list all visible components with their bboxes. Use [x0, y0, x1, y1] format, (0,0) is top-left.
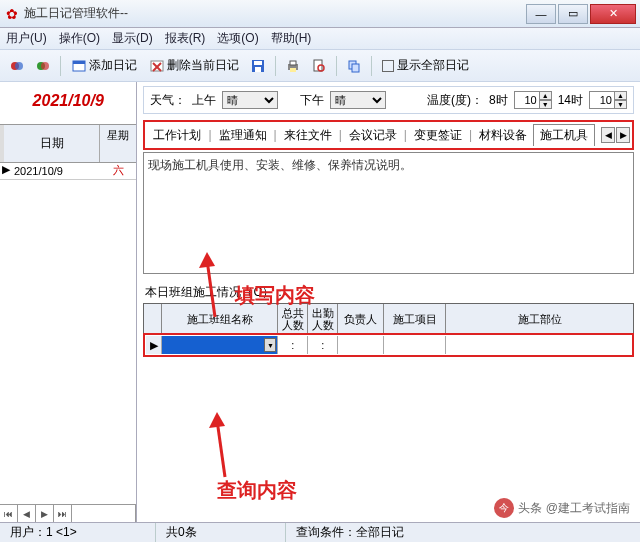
am-label: 上午: [192, 92, 216, 109]
nav-prev-button[interactable]: ◀: [18, 505, 36, 522]
t1-spinner[interactable]: ▲▼: [514, 91, 552, 109]
watermark-prefix: 头条: [518, 500, 542, 517]
svg-rect-11: [255, 67, 261, 72]
menu-report[interactable]: 报表(R): [165, 30, 206, 47]
arrow-query-icon: [207, 412, 237, 482]
date-cell: 2021/10/9: [10, 163, 100, 179]
date-row[interactable]: ▶ 2021/10/9 六: [0, 163, 136, 180]
t1-label: 8时: [489, 92, 508, 109]
left-empty: [0, 180, 136, 504]
preview-icon[interactable]: [308, 55, 330, 77]
status-count: 共0条: [156, 523, 286, 542]
svg-marker-22: [209, 412, 225, 428]
content-text: 现场施工机具使用、安装、维修、保养情况说明。: [148, 157, 629, 174]
team-table-header: 施工班组名称 总共人数 出勤人数 负责人 施工项目 施工部位: [144, 304, 633, 334]
th-part: 施工部位: [446, 304, 633, 333]
svg-point-1: [15, 62, 23, 70]
status-query: 查询条件： 全部日记: [286, 523, 640, 542]
tab-strip: 工作计划| 监理通知| 来往文件| 会议记录| 变更签证| 材料设备 施工机具 …: [143, 120, 634, 150]
date-grid-header: 日期 星期: [0, 124, 136, 163]
show-all-button[interactable]: 显示全部日记: [378, 55, 473, 77]
title-bar: ✿ 施工日记管理软件-- — ▭ ✕: [0, 0, 640, 28]
callout-fill: 填写内容: [235, 282, 315, 309]
content-textarea[interactable]: 现场施工机具使用、安装、维修、保养情况说明。: [143, 152, 634, 274]
pm-weather-select[interactable]: 晴: [330, 91, 386, 109]
menu-operate[interactable]: 操作(O): [59, 30, 100, 47]
col-header-week: 星期: [100, 125, 136, 162]
menu-display[interactable]: 显示(D): [112, 30, 153, 47]
tab-supervisor-notice[interactable]: 监理通知: [213, 125, 273, 146]
toolbar-icon-1[interactable]: [6, 55, 28, 77]
team-part-cell[interactable]: [446, 336, 631, 354]
tab-machinery[interactable]: 施工机具: [533, 124, 595, 146]
save-icon[interactable]: [247, 55, 269, 77]
tab-documents[interactable]: 来往文件: [278, 125, 338, 146]
status-bar: 用户：1 <1> 共0条 查询条件： 全部日记: [0, 522, 640, 542]
team-project-cell[interactable]: [384, 336, 446, 354]
tab-scroll-left-button[interactable]: ◀: [601, 127, 615, 143]
nav-spacer: [72, 505, 136, 522]
nav-first-button[interactable]: ⏮: [0, 505, 18, 522]
svg-rect-13: [290, 61, 296, 65]
window-buttons: — ▭ ✕: [526, 4, 636, 24]
watermark-author: @建工考试指南: [546, 500, 630, 517]
show-all-label: 显示全部日记: [397, 57, 469, 74]
tab-work-plan[interactable]: 工作计划: [147, 125, 207, 146]
menu-option[interactable]: 选项(O): [217, 30, 258, 47]
current-date-display: 2021/10/9: [0, 82, 136, 124]
toolbar-icon-2[interactable]: [32, 55, 54, 77]
t2-spinner[interactable]: ▲▼: [589, 91, 627, 109]
date-nav-bar: ⏮ ◀ ▶ ⏭: [0, 504, 136, 522]
print-icon[interactable]: [282, 55, 304, 77]
temp-label: 温度(度)：: [427, 92, 483, 109]
team-leader-cell[interactable]: [338, 336, 384, 354]
svg-line-21: [217, 420, 225, 477]
watermark-avatar-icon: 今: [494, 498, 514, 518]
col-header-date: 日期: [0, 125, 100, 162]
dropdown-icon[interactable]: ▼: [264, 338, 276, 352]
am-weather-select[interactable]: 晴: [222, 91, 278, 109]
minimize-button[interactable]: —: [526, 4, 556, 24]
row-indicator-icon: ▶: [0, 163, 10, 179]
add-diary-button[interactable]: 添加日记: [67, 55, 141, 77]
nav-next-button[interactable]: ▶: [36, 505, 54, 522]
separator: [371, 56, 372, 76]
team-table: 施工班组名称 总共人数 出勤人数 负责人 施工项目 施工部位 ▶ ▼ : :: [143, 303, 634, 357]
menu-help[interactable]: 帮助(H): [271, 30, 312, 47]
menu-user[interactable]: 用户(U): [6, 30, 47, 47]
status-query-value: 全部日记: [356, 524, 404, 541]
team-total-cell[interactable]: :: [278, 336, 308, 354]
status-user: 用户：1 <1>: [0, 523, 156, 542]
weather-row: 天气： 上午 晴 下午 晴 温度(度)： 8时 ▲▼ 14时 ▲▼: [143, 86, 634, 114]
team-attend-cell[interactable]: :: [308, 336, 338, 354]
team-name-cell[interactable]: ▼: [162, 336, 278, 354]
tab-materials[interactable]: 材料设备: [473, 125, 533, 146]
tab-change-visa[interactable]: 变更签证: [408, 125, 468, 146]
svg-rect-18: [352, 64, 359, 72]
close-button[interactable]: ✕: [590, 4, 636, 24]
separator: [336, 56, 337, 76]
toolbar: 添加日记 删除当前日记 显示全部日记: [0, 50, 640, 82]
show-all-checkbox[interactable]: [382, 60, 394, 72]
th-leader: 负责人: [338, 304, 384, 333]
svg-rect-10: [254, 61, 262, 65]
nav-last-button[interactable]: ⏭: [54, 505, 72, 522]
maximize-button[interactable]: ▭: [558, 4, 588, 24]
separator: [60, 56, 61, 76]
team-section-label: 本日班组施工情况（C）：: [143, 284, 634, 301]
menu-bar: 用户(U) 操作(O) 显示(D) 报表(R) 选项(O) 帮助(H): [0, 28, 640, 50]
copy-icon[interactable]: [343, 55, 365, 77]
status-query-label: 查询条件：: [296, 524, 356, 541]
svg-rect-5: [73, 61, 85, 64]
weather-label: 天气：: [150, 92, 186, 109]
left-panel: 2021/10/9 日期 星期 ▶ 2021/10/9 六 ⏮ ◀ ▶ ⏭: [0, 82, 137, 522]
t2-input[interactable]: [589, 91, 615, 109]
t1-input[interactable]: [514, 91, 540, 109]
pm-label: 下午: [300, 92, 324, 109]
t2-label: 14时: [558, 92, 583, 109]
th-project: 施工项目: [384, 304, 446, 333]
team-row[interactable]: ▶ ▼ : :: [146, 336, 631, 354]
tab-scroll-right-button[interactable]: ▶: [616, 127, 630, 143]
delete-diary-button[interactable]: 删除当前日记: [145, 55, 243, 77]
tab-meeting[interactable]: 会议记录: [343, 125, 403, 146]
